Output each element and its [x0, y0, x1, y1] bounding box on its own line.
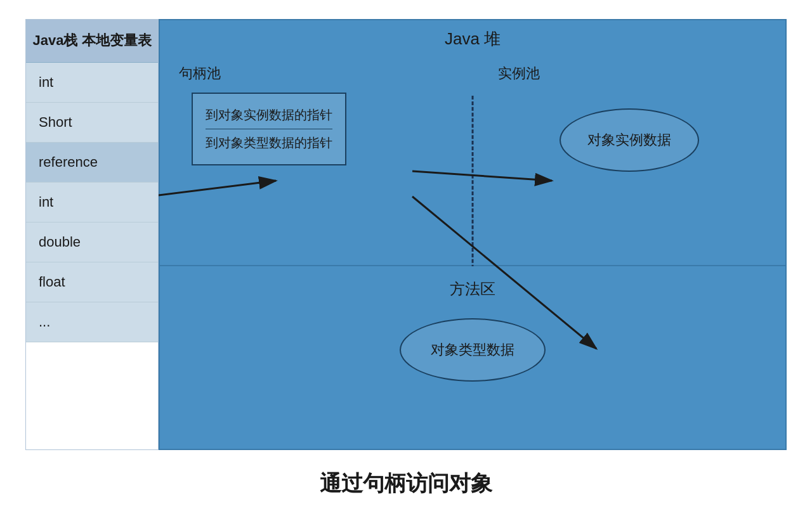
bottom-title: 通过句柄访问对象 [320, 469, 492, 498]
java-heap-section: Java 堆 句柄池 到对象实例数据的指针 到对象类型数据的指针 实例池 [159, 19, 787, 266]
heap-inner: 句柄池 到对象实例数据的指针 到对象类型数据的指针 实例池 对象实例数据 [160, 58, 785, 264]
list-item: float [26, 262, 158, 302]
handle-pool-label: 句柄池 [179, 64, 460, 83]
instance-ellipse: 对象实例数据 [560, 108, 699, 172]
method-area-inner: 方法区 对象类型数据 [160, 266, 785, 449]
sidebar-header: Java栈 本地变量表 [26, 20, 158, 63]
diagram-wrapper: Java 堆 句柄池 到对象实例数据的指针 到对象类型数据的指针 实例池 [159, 19, 787, 450]
method-area-label: 方法区 [450, 279, 495, 299]
instance-ellipse-container: 对象实例数据 [485, 108, 773, 172]
method-area-section: 方法区 对象类型数据 [159, 266, 787, 450]
java-heap-title: Java 堆 [160, 20, 785, 58]
list-item: int [26, 183, 158, 223]
main-container: Java栈 本地变量表 int Short reference int doub… [25, 19, 787, 450]
type-ellipse: 对象类型数据 [400, 318, 546, 382]
instance-pool: 实例池 对象实例数据 [473, 58, 785, 264]
list-item: Short [26, 103, 158, 143]
instance-pool-label: 实例池 [498, 64, 540, 83]
list-item: double [26, 223, 158, 262]
type-ellipse-label: 对象类型数据 [431, 340, 514, 359]
list-item: ... [26, 302, 158, 342]
handle-pool: 句柄池 到对象实例数据的指针 到对象类型数据的指针 [160, 58, 473, 264]
handle-box: 到对象实例数据的指针 到对象类型数据的指针 [192, 93, 346, 165]
sidebar: Java栈 本地变量表 int Short reference int doub… [25, 19, 159, 450]
handle-box-item2: 到对象类型数据的指针 [206, 129, 332, 157]
list-item-reference: reference [26, 143, 158, 183]
instance-ellipse-label: 对象实例数据 [587, 131, 671, 150]
handle-box-item1: 到对象实例数据的指针 [206, 101, 332, 129]
list-item: int [26, 63, 158, 103]
